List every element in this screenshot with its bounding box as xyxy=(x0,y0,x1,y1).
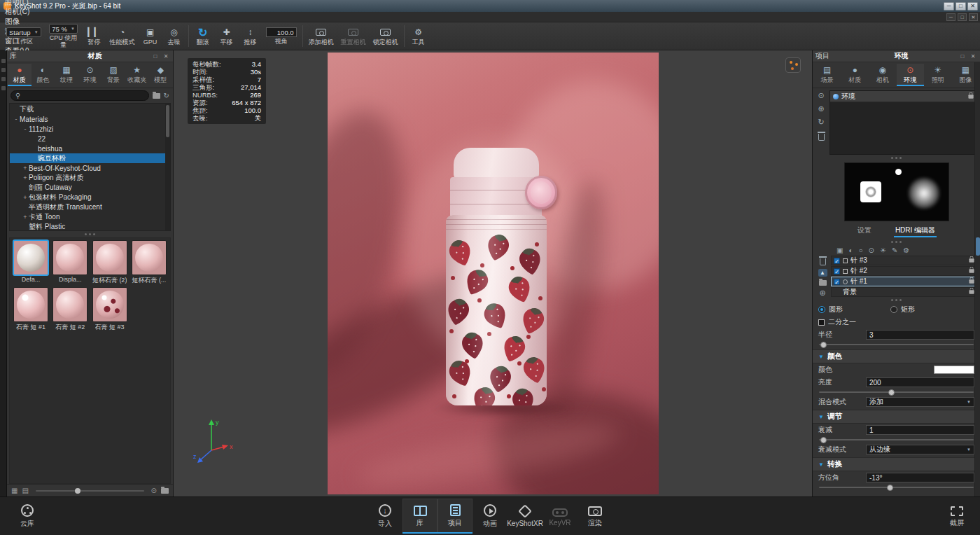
pin-visibility-checkbox[interactable]: ✓ xyxy=(834,268,840,275)
ribbon-项目-button[interactable]: 项目 xyxy=(438,499,472,534)
tree-expander-icon[interactable]: + xyxy=(22,174,29,181)
gpu-button[interactable]: ▣ GPU xyxy=(139,23,162,49)
tree-item[interactable]: -111zhizi xyxy=(10,124,170,134)
project-tab-场景[interactable]: ▤场景 xyxy=(813,64,841,86)
half-sphere-icon[interactable]: ◐ xyxy=(848,246,853,254)
ribbon-导入-button[interactable]: 导入 xyxy=(368,499,402,534)
falloff-mode-dropdown[interactable]: 从边缘 ▼ xyxy=(866,445,974,454)
library-tab-收藏夹[interactable]: ★收藏夹 xyxy=(125,64,149,86)
lock-icon[interactable] xyxy=(969,258,974,262)
tree-item[interactable]: 半透明材质 Translucent xyxy=(10,202,170,212)
dock-handle-icon[interactable] xyxy=(1,68,6,72)
tree-item[interactable]: +Poliigon 高清材质 xyxy=(10,173,170,183)
menu-相机(C)[interactable]: 相机(C) xyxy=(0,7,35,17)
library-tab-材质[interactable]: ●材质 xyxy=(8,64,31,86)
tree-item[interactable]: 剖面 Cutaway xyxy=(10,183,170,193)
heads-up-display-icon[interactable] xyxy=(785,57,801,73)
environment-list[interactable]: 环境 xyxy=(830,90,977,155)
search-input[interactable] xyxy=(23,92,144,99)
pin-visibility-checkbox[interactable]: ✓ xyxy=(834,258,840,264)
brightness-slider[interactable] xyxy=(813,389,980,396)
brightness-input[interactable] xyxy=(866,377,974,387)
half-checkbox[interactable] xyxy=(818,319,825,326)
export-pin-icon[interactable] xyxy=(819,280,827,286)
falloff-input[interactable] xyxy=(866,425,974,435)
move-pin-up-icon[interactable]: ▲ xyxy=(818,269,827,277)
reset-camera-button[interactable]: 重置相机 xyxy=(337,23,370,49)
radius-slider[interactable] xyxy=(813,341,980,348)
section-color[interactable]: ▼ 颜色 xyxy=(813,349,980,363)
azimuth-input[interactable] xyxy=(866,473,974,482)
tree-item[interactable]: -Materials xyxy=(10,114,170,124)
duplicate-environment-icon[interactable]: ↻ xyxy=(818,118,824,126)
tree-expander-icon[interactable]: + xyxy=(22,214,29,221)
open-folder-icon[interactable] xyxy=(161,488,169,494)
project-tab-照明[interactable]: ☀照明 xyxy=(924,64,952,86)
ribbon-动画-button[interactable]: 动画 xyxy=(472,499,507,534)
project-tab-相机[interactable]: ◉相机 xyxy=(869,64,897,86)
pin-row-针 #1[interactable]: ✓针 #1 xyxy=(831,277,977,286)
lock-icon[interactable] xyxy=(969,290,974,293)
tree-item[interactable]: +卡通 Toon xyxy=(10,212,170,222)
shape-circle-radio[interactable] xyxy=(818,306,825,313)
tree-item[interactable]: +Best-Of-Keyshot-Cloud xyxy=(10,163,170,173)
project-panel-scrollbar[interactable] xyxy=(974,62,980,496)
sphere-pin-icon[interactable]: ⊙ xyxy=(869,246,874,254)
sun-pin-icon[interactable]: ☀ xyxy=(880,246,886,254)
target-pin-icon[interactable]: ⊕ xyxy=(819,289,825,297)
tree-item[interactable]: beishua xyxy=(10,144,170,153)
edit-pin-icon[interactable]: ✎ xyxy=(892,246,897,254)
lock-icon[interactable] xyxy=(969,269,974,272)
tools-button[interactable]: ⚙ 工具 xyxy=(407,23,430,49)
axis-gizmo[interactable]: yxz xyxy=(192,415,238,468)
tab-settings[interactable]: 设置 xyxy=(856,225,873,237)
close-panel-icon[interactable]: ✕ xyxy=(162,53,170,60)
ribbon-KeyShotXR-button[interactable]: KeyShotXR xyxy=(507,499,542,534)
library-tab-模型[interactable]: ◆模型 xyxy=(148,64,172,86)
cloud-library-button[interactable]: 云库 xyxy=(10,499,45,534)
material-thumbnail[interactable]: 石膏 短 #3 xyxy=(91,287,129,332)
library-tab-颜色[interactable]: ◐颜色 xyxy=(31,64,55,86)
material-thumbnail[interactable]: 石膏 短 #2 xyxy=(51,287,89,332)
search-box[interactable]: ⚲ xyxy=(10,90,149,101)
dock-handle-icon[interactable] xyxy=(1,86,6,90)
undock-panel-icon[interactable]: □ xyxy=(151,53,160,60)
refresh-icon[interactable]: ↻ xyxy=(164,92,169,99)
folder-filter-icon[interactable] xyxy=(153,93,160,99)
dock-handle-icon[interactable] xyxy=(1,77,6,81)
pin-row-针 #2[interactable]: ✓针 #2 xyxy=(831,266,977,276)
tab-hdri-editor[interactable]: HDRI 编辑器 xyxy=(894,225,937,237)
library-tab-环境[interactable]: ⊙环境 xyxy=(78,64,102,86)
tree-item[interactable]: 下载 xyxy=(10,104,170,114)
menu-照明(L)[interactable]: 照明(L) xyxy=(0,0,35,7)
ribbon-库-button[interactable]: 库 xyxy=(402,499,438,534)
tree-item[interactable]: 塑料 Plastic xyxy=(10,222,170,231)
color-swatch[interactable] xyxy=(934,366,974,374)
pin-row-针 #3[interactable]: ✓针 #3 xyxy=(831,256,977,265)
pause-button[interactable]: ▎▎ 暂停 xyxy=(83,23,106,49)
select-all-pins-icon[interactable]: ▣ xyxy=(836,246,843,254)
delete-environment-icon[interactable] xyxy=(818,134,825,141)
falloff-slider[interactable] xyxy=(813,436,980,443)
radius-input[interactable] xyxy=(866,330,974,340)
shape-rect-radio[interactable] xyxy=(890,306,897,313)
library-tab-纹理[interactable]: ▦纹理 xyxy=(55,64,78,86)
material-thumbnail[interactable]: 短杯石膏 (2) xyxy=(91,240,129,285)
pin-visibility-checkbox[interactable]: ✓ xyxy=(834,279,840,285)
undock-panel-icon[interactable]: □ xyxy=(958,53,967,60)
section-adjust[interactable]: ▼ 调节 xyxy=(813,410,980,424)
tree-item[interactable]: 豌豆杯粉 xyxy=(10,153,170,163)
screenshot-button[interactable]: 截屏 xyxy=(939,499,974,534)
hdri-preview[interactable] xyxy=(844,162,949,221)
lock-icon[interactable] xyxy=(969,279,974,283)
tumble-button[interactable]: ↻ 翻滚 xyxy=(191,23,215,49)
denoise-button[interactable]: ◎ 去噪 xyxy=(162,23,186,49)
tree-expander-icon[interactable]: + xyxy=(22,194,29,201)
material-thumbnail[interactable]: Defa... xyxy=(12,240,50,285)
blend-mode-dropdown[interactable]: 添加 ▼ xyxy=(866,397,974,407)
cpu-usage-select[interactable]: 75 %▼ CPU 使用量 xyxy=(45,23,83,49)
maximize-button[interactable]: □ xyxy=(955,2,966,11)
project-tab-环境[interactable]: ⊙环境 xyxy=(897,64,925,86)
environment-sphere-icon[interactable]: ⊙ xyxy=(818,92,824,99)
pin-settings-icon[interactable]: ⚙ xyxy=(903,246,909,254)
